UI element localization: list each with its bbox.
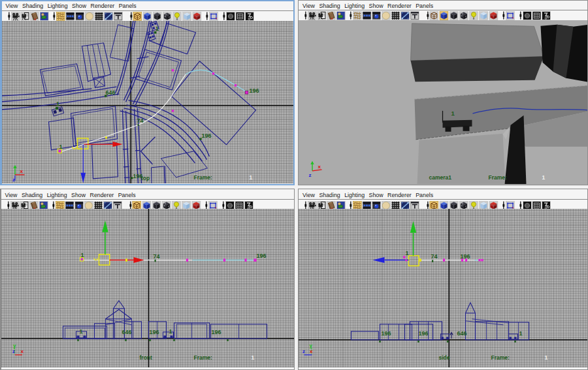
svg-text:front: front (139, 354, 152, 361)
svg-text:1: 1 (80, 252, 84, 258)
svg-text:1: 1 (56, 100, 59, 107)
svg-text:z: z (309, 172, 312, 178)
svg-text:z: z (302, 348, 305, 354)
svg-text:646: 646 (457, 330, 467, 337)
svg-text:1: 1 (451, 110, 455, 117)
svg-text:x: x (318, 164, 321, 170)
svg-text:Frame:: Frame: (489, 174, 508, 181)
svg-text:1: 1 (79, 328, 82, 335)
svg-text:x: x (20, 168, 23, 174)
svg-text:196: 196 (201, 132, 211, 139)
svg-text:196: 196 (382, 330, 391, 337)
svg-text:Frame:: Frame: (491, 354, 510, 361)
svg-text:1: 1 (155, 25, 159, 32)
svg-text:y: y (13, 343, 16, 348)
svg-text:74: 74 (153, 253, 159, 260)
svg-text:1: 1 (519, 330, 523, 337)
svg-text:y: y (310, 343, 313, 348)
svg-text:Frame:: Frame: (193, 354, 212, 361)
svg-text:646: 646 (105, 89, 115, 96)
svg-text:74: 74 (431, 253, 438, 260)
svg-text:196: 196 (211, 329, 221, 335)
svg-text:1: 1 (251, 354, 254, 361)
svg-text:x: x (310, 348, 313, 354)
svg-text:196: 196 (256, 253, 266, 259)
svg-text:1: 1 (249, 174, 252, 181)
svg-text:1: 1 (545, 354, 548, 361)
svg-text:196: 196 (249, 87, 259, 94)
svg-text:1: 1 (59, 144, 62, 150)
svg-text:z: z (12, 348, 15, 354)
svg-text:196: 196 (461, 253, 470, 260)
svg-text:646: 646 (122, 329, 131, 335)
svg-text:x: x (20, 348, 24, 354)
svg-text:1: 1 (169, 328, 172, 335)
svg-text:top: top (141, 175, 150, 181)
svg-text:1: 1 (542, 174, 546, 181)
svg-text:196: 196 (419, 330, 429, 337)
svg-text:Frame:: Frame: (193, 174, 212, 181)
svg-text:camera1: camera1 (429, 174, 452, 181)
svg-text:196: 196 (149, 329, 159, 335)
svg-text:1: 1 (406, 250, 409, 256)
svg-text:side: side (439, 354, 450, 361)
svg-text:74: 74 (137, 117, 143, 124)
